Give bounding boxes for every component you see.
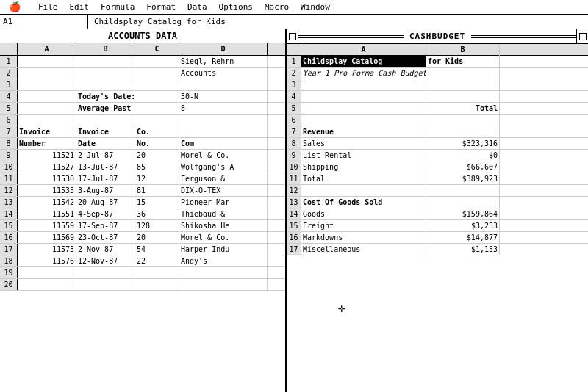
cell[interactable]: Date	[76, 138, 135, 149]
cell[interactable]: Total	[426, 103, 500, 114]
cell[interactable]: Average Past Due:	[76, 103, 135, 114]
cell[interactable]	[135, 68, 179, 79]
cell[interactable]	[76, 68, 135, 79]
cell[interactable]: Freight	[301, 220, 426, 231]
cell[interactable]: 4-Sep-87	[76, 208, 135, 219]
cell-reference[interactable]: A1	[0, 15, 88, 29]
cell[interactable]	[18, 279, 76, 290]
cell[interactable]	[135, 79, 179, 90]
table-row[interactable]: 11Total$389,923	[287, 173, 588, 185]
cell[interactable]	[426, 79, 500, 90]
cell[interactable]	[18, 79, 76, 90]
cell[interactable]: $389,923	[426, 173, 500, 184]
table-row[interactable]: 19	[0, 267, 285, 279]
cell[interactable]	[426, 91, 500, 102]
table-row[interactable]: 7InvoiceInvoiceCo.	[0, 126, 285, 138]
left-sheet[interactable]: ACCOUNTS DATA A B C D 1Siegl, Rehrn2Acco…	[0, 29, 287, 392]
cell[interactable]: 11551	[18, 208, 76, 219]
cell[interactable]: Sales	[301, 138, 426, 149]
menu-file[interactable]: File	[32, 0, 64, 15]
cell[interactable]	[135, 91, 179, 102]
cell[interactable]: 2-Nov-87	[76, 244, 135, 255]
cell[interactable]: 3-Aug-87	[76, 185, 135, 196]
menu-macro[interactable]: Macro	[259, 0, 295, 15]
cell[interactable]	[76, 79, 135, 90]
cell[interactable]: DIX-O-TEX	[179, 185, 268, 196]
cell[interactable]: 8	[179, 103, 268, 114]
table-row[interactable]: 12115353-Aug-8781DIX-O-TEX	[0, 185, 285, 197]
cell[interactable]: Markdowns	[301, 232, 426, 243]
cell[interactable]: 85	[135, 161, 179, 173]
table-row[interactable]: 5Average Past Due:8	[0, 103, 285, 115]
table-row[interactable]: 3	[287, 79, 588, 91]
cell[interactable]: $159,864	[426, 208, 500, 219]
cell[interactable]: Number	[18, 138, 76, 149]
cell[interactable]: Co.	[135, 126, 179, 137]
cell[interactable]: 2-Jul-87	[76, 150, 135, 161]
cell[interactable]	[18, 91, 76, 102]
apple-menu[interactable]: 🍎	[3, 0, 26, 15]
cell[interactable]: Wolfgang's A	[179, 161, 268, 173]
cell[interactable]	[426, 185, 500, 196]
cell[interactable]	[179, 279, 268, 290]
table-row[interactable]: 181157612-Nov-8722Andy's	[0, 255, 285, 267]
cell[interactable]: Ferguson &	[179, 173, 268, 184]
cell[interactable]: $1,153	[426, 244, 500, 255]
cell[interactable]: Thiebaud &	[179, 208, 268, 219]
cell[interactable]: Total	[301, 173, 426, 184]
cell[interactable]: 81	[135, 185, 179, 196]
menu-format[interactable]: Format	[140, 0, 182, 15]
table-row[interactable]: 10Shipping$66,607	[287, 161, 588, 173]
table-row[interactable]: 111153017-Jul-8712Ferguson &	[0, 173, 285, 185]
cell[interactable]: 11559	[18, 220, 76, 231]
cell[interactable]: Harper Indu	[179, 244, 268, 255]
cell[interactable]: Shikosha He	[179, 220, 268, 231]
cell[interactable]: Invoice	[76, 126, 135, 137]
table-row[interactable]: 15Freight$3,233	[287, 220, 588, 232]
cell[interactable]: for Kids	[426, 56, 500, 67]
cell[interactable]: Com	[179, 138, 268, 149]
menu-window[interactable]: Window	[295, 0, 336, 15]
table-row[interactable]: 14Goods$159,864	[287, 208, 588, 220]
table-row[interactable]: 9List Rental$0	[287, 150, 588, 161]
table-row[interactable]: 4	[287, 91, 588, 103]
cell[interactable]	[135, 56, 179, 67]
cell[interactable]	[426, 115, 500, 126]
cell[interactable]: $14,877	[426, 232, 500, 243]
cell[interactable]: Year 1 Pro Forma Cash Budget	[301, 68, 426, 79]
cell[interactable]: 36	[135, 208, 179, 219]
cell[interactable]: No.	[135, 138, 179, 149]
cell[interactable]: 12-Nov-87	[76, 255, 135, 266]
cell[interactable]: Today's Date:	[76, 91, 135, 102]
menu-edit[interactable]: Edit	[64, 0, 96, 15]
cell[interactable]: 11527	[18, 161, 76, 173]
cell[interactable]: 11530	[18, 173, 76, 184]
cell[interactable]: 11576	[18, 255, 76, 266]
cell[interactable]	[76, 267, 135, 278]
table-row[interactable]: 16Markdowns$14,877	[287, 232, 588, 244]
cell[interactable]: 11573	[18, 244, 76, 255]
table-row[interactable]: 151155917-Sep-87128Shikosha He	[0, 220, 285, 232]
cell[interactable]: Morel & Co.	[179, 150, 268, 161]
cell[interactable]	[179, 126, 268, 137]
cell[interactable]: 20	[135, 150, 179, 161]
table-row[interactable]: 6	[287, 115, 588, 126]
cell[interactable]: Goods	[301, 208, 426, 219]
table-row[interactable]: 101152713-Jul-8785Wolfgang's A	[0, 161, 285, 173]
cell[interactable]	[301, 79, 426, 90]
cell[interactable]: 11569	[18, 232, 76, 243]
cell[interactable]: Andy's	[179, 255, 268, 266]
cell[interactable]: 22	[135, 255, 179, 266]
cell[interactable]	[179, 79, 268, 90]
table-row[interactable]: 17Miscellaneous$1,153	[287, 244, 588, 255]
cell[interactable]	[18, 267, 76, 278]
cell[interactable]	[179, 115, 268, 126]
table-row[interactable]: 8NumberDateNo.Com	[0, 138, 285, 150]
table-row[interactable]: 6	[0, 115, 285, 126]
table-row[interactable]: 20	[0, 279, 285, 291]
menu-data[interactable]: Data	[182, 0, 213, 15]
table-row[interactable]: 1Childsplay Catalogfor Kids	[287, 56, 588, 68]
cell[interactable]: Pioneer Mar	[179, 197, 268, 208]
table-row[interactable]: 14115514-Sep-8736Thiebaud &	[0, 208, 285, 220]
cell[interactable]	[76, 279, 135, 290]
